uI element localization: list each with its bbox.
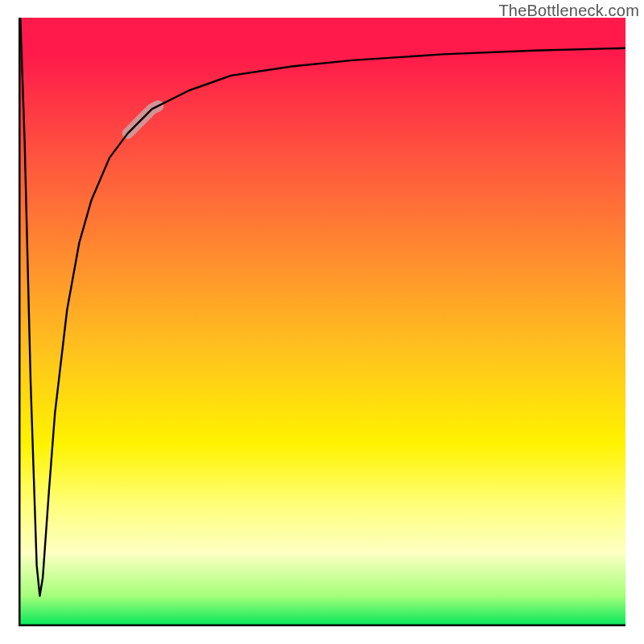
watermark-text: TheBottleneck.com (498, 2, 639, 20)
bottleneck-curve (20, 18, 625, 596)
chart-svg (19, 18, 625, 626)
axes (19, 18, 625, 626)
chart-container: TheBottleneck.com (0, 0, 644, 644)
plot-area (19, 18, 625, 626)
